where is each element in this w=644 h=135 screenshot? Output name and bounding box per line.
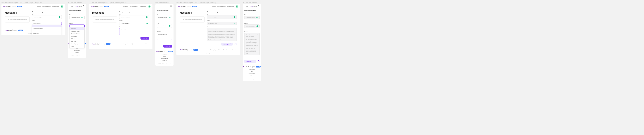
- compose-title: Compose message: [244, 10, 260, 11]
- spinner-icon: [234, 43, 237, 45]
- check-icon: [146, 16, 148, 18]
- to-label: To:: [69, 14, 84, 15]
- footer-logo[interactable]: YourReliefpowered byTruepill: [92, 43, 110, 45]
- menu-icon[interactable]: [83, 6, 84, 7]
- footer-logo[interactable]: YourRelief powered by Truepill: [5, 30, 23, 31]
- check-icon: [169, 17, 170, 18]
- subject-select[interactable]: Order clarification: [157, 24, 172, 28]
- copyright: © 2022 YourRelief. All rights reserved.: [68, 54, 86, 58]
- to-select: Customer support: [207, 15, 237, 19]
- avatar[interactable]: AB: [236, 5, 238, 8]
- to-select[interactable]: Customer support: [119, 15, 149, 19]
- footer-faqs[interactable]: FAQs: [131, 43, 133, 44]
- back-button[interactable]: Back: [157, 6, 161, 6]
- dropdown-item-order-clarification[interactable]: Order clarification: [70, 32, 84, 35]
- nav-appointments[interactable]: Appointments: [218, 6, 226, 7]
- to-select[interactable]: Customer support: [157, 16, 172, 19]
- dropdown-item-refund[interactable]: Refund request: [32, 35, 62, 36]
- mobile-frame-sending: Back YourRelief Compose message To: Cust…: [243, 4, 261, 81]
- message-textarea[interactable]: Dear Sir/Madam|: [119, 28, 149, 35]
- menu-icon[interactable]: [170, 5, 172, 7]
- nav-appointments[interactable]: Appointments: [130, 6, 138, 7]
- footer-terms[interactable]: Terms of service: [249, 73, 255, 74]
- footer-terms[interactable]: Terms of service: [74, 50, 80, 51]
- footer-terms[interactable]: Terms of service: [223, 49, 230, 50]
- subject-dropdown: Insurance Appointment query Order clarif…: [69, 28, 84, 48]
- message-label: Message:: [157, 31, 172, 32]
- frame-label: M / Secure Messa…: [68, 2, 86, 4]
- logo[interactable]: YourReliefpowered byTruepill: [178, 6, 196, 8]
- dropdown-item-order-status[interactable]: Order status: [70, 35, 84, 38]
- footer-logo[interactable]: YourReliefpowered byTruepill: [243, 66, 261, 68]
- footer: YourReliefpowered byTruepill Privacy pol…: [155, 49, 174, 62]
- subject-dropdown: Insurance Appointment query Order clarif…: [32, 25, 62, 36]
- dropdown-item-other[interactable]: Other: [70, 45, 84, 48]
- nav-messages[interactable]: Messages: [228, 6, 234, 7]
- footer-contact[interactable]: Contact us: [232, 49, 237, 50]
- compose-title: Compose message: [157, 10, 172, 11]
- logo[interactable]: YourReliefpowered byTruepill: [91, 6, 109, 8]
- logo[interactable]: YourRelief: [74, 5, 82, 7]
- footer-terms[interactable]: Terms of service: [136, 43, 142, 44]
- dropdown-item-appointment[interactable]: Appointment query: [32, 27, 62, 30]
- check-icon: [59, 16, 60, 18]
- frame-label: D / Secure Messages - compose + subject …: [2, 2, 65, 4]
- avatar[interactable]: AB: [60, 5, 63, 8]
- subject-select: Order clarification: [207, 22, 237, 25]
- avatar[interactable]: AB: [148, 5, 151, 8]
- nav-orders[interactable]: Orders: [211, 6, 216, 7]
- message-textarea[interactable]: Dear Sir/Madam|: [157, 33, 172, 40]
- send-button[interactable]: Send: [140, 37, 149, 40]
- message-preview-placeholder: Your future messages previews will appea…: [5, 16, 30, 22]
- dropdown-item-order-status[interactable]: Order status: [32, 32, 62, 35]
- back-button[interactable]: Back: [245, 6, 248, 7]
- footer-faqs[interactable]: FAQs: [218, 49, 221, 50]
- menu-icon[interactable]: [258, 6, 259, 7]
- desktop-frame-dropdown: YourRelief powered by Truepill Orders Ap…: [2, 4, 65, 36]
- footer-privacy[interactable]: Privacy policy: [123, 43, 128, 44]
- dropdown-item-insurance[interactable]: Insurance: [32, 25, 62, 27]
- dropdown-item-medical[interactable]: Medical query: [70, 43, 84, 45]
- footer-contact[interactable]: Contact us: [145, 43, 149, 44]
- footer-contact[interactable]: Contact us: [250, 75, 254, 76]
- sending-button: Sending…: [221, 43, 233, 46]
- logo[interactable]: YourRelief powered by Truepill: [3, 6, 22, 8]
- back-button[interactable]: Back: [70, 6, 73, 7]
- chevron-up-icon: [59, 23, 60, 24]
- nav-messages[interactable]: Messages: [140, 6, 146, 7]
- to-select[interactable]: Customer support: [69, 16, 84, 20]
- send-button[interactable]: Send: [163, 45, 172, 48]
- footer-contact[interactable]: Contact us: [75, 52, 79, 53]
- footer-faqs[interactable]: FAQs: [163, 56, 166, 57]
- footer-logo[interactable]: YourReliefpowered byTruepill: [180, 49, 198, 51]
- subject-select[interactable]: Order clarification: [119, 22, 149, 25]
- nav-orders[interactable]: Orders: [124, 6, 128, 7]
- message-label: Message:: [207, 26, 237, 28]
- header: Back: [155, 4, 174, 8]
- logo[interactable]: YourRelief: [250, 5, 257, 7]
- footer-terms[interactable]: Terms of service: [161, 58, 168, 59]
- footer-privacy[interactable]: Privacy policy: [210, 49, 216, 50]
- to-select[interactable]: Customer support: [32, 15, 62, 19]
- dropdown-item-refill[interactable]: Refill query: [70, 40, 84, 43]
- footer-logo[interactable]: YourReliefpowered byTruepill: [156, 50, 173, 52]
- compose-title: Compose message: [69, 10, 84, 11]
- footer-contact[interactable]: Contact us: [162, 60, 167, 61]
- subject-label: Subject:: [32, 20, 62, 21]
- copyright: © 2022 Truepill. All rights reserved.: [89, 46, 152, 49]
- page-title: Messages: [5, 11, 30, 14]
- nav-orders[interactable]: Orders: [36, 6, 41, 7]
- dropdown-item-appointment[interactable]: Appointment query: [70, 30, 84, 32]
- dropdown-item-insurance[interactable]: Insurance: [70, 28, 84, 30]
- footer-faqs[interactable]: FAQs: [251, 71, 253, 72]
- footer-privacy[interactable]: Privacy policy: [249, 69, 255, 70]
- subject-select[interactable]: Select subject… Insurance Appointment qu…: [69, 24, 84, 28]
- nav-messages[interactable]: Messages: [52, 6, 59, 7]
- dropdown-item-order-clarification[interactable]: Order clarification: [32, 30, 62, 32]
- mobile-frame-dropdown: Back YourRelief Compose message To: Cust…: [68, 4, 86, 58]
- footer-privacy[interactable]: Privacy policy: [162, 54, 167, 54]
- subject-select[interactable]: Select subject… Insurance Appointment qu…: [32, 22, 62, 25]
- nav-appointments[interactable]: Appointments: [42, 6, 51, 7]
- dropdown-item-refund[interactable]: Refund request: [70, 38, 84, 40]
- subject-select: Order clarification: [244, 24, 260, 28]
